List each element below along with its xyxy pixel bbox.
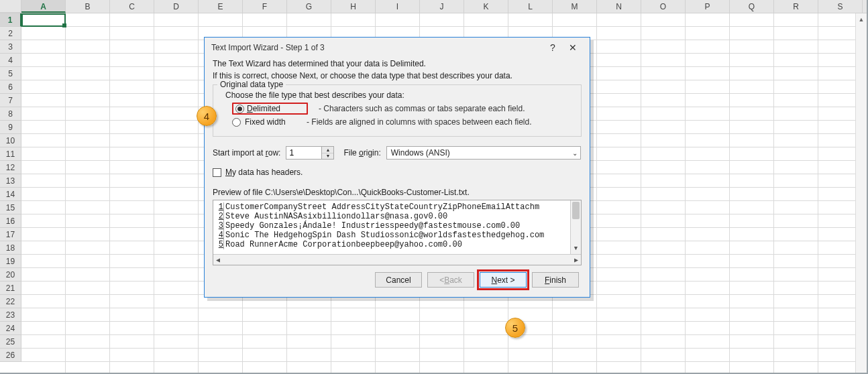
row-header-8[interactable]: 8	[0, 107, 21, 121]
row-header-1[interactable]: 1	[0, 13, 21, 27]
file-origin-value: Windows (ANSI)	[391, 148, 450, 158]
option-fixed-width-label: Fixed width	[245, 117, 303, 127]
row-header-7[interactable]: 7	[0, 94, 21, 107]
col-header-E[interactable]: E	[199, 0, 243, 13]
start-row-label: Start import at row:	[213, 148, 280, 158]
intro-text-2: If this is correct, choose Next, or choo…	[213, 71, 582, 80]
col-header-O[interactable]: O	[641, 0, 686, 13]
row-header-20[interactable]: 20	[0, 268, 21, 282]
option-delimited[interactable]: Delimited - Characters such as commas or…	[232, 103, 574, 115]
preview-scroll-down-icon[interactable]: ▼	[571, 243, 581, 254]
sheet-vertical-scrollbar[interactable]: ▲	[855, 13, 867, 373]
file-origin-label: File origin:	[343, 148, 380, 158]
col-header-Q[interactable]: Q	[730, 0, 774, 13]
preview-line-1: CustomerCompanyStreet AddressCityStateCo…	[225, 202, 539, 212]
row-header-2[interactable]: 2	[0, 27, 21, 40]
preview-line-4: Sonic The HedgehogSpin Dash Studiossonic…	[225, 231, 544, 240]
row-header-4[interactable]: 4	[0, 54, 21, 67]
option-fixed-width-desc: - Fields are aligned in columns with spa…	[307, 117, 532, 127]
col-header-L[interactable]: L	[508, 0, 553, 13]
dialog-title: Text Import Wizard - Step 1 of 3	[211, 43, 543, 52]
col-header-R[interactable]: R	[774, 0, 818, 13]
row-header-5[interactable]: 5	[0, 67, 21, 80]
col-header-D[interactable]: D	[154, 0, 199, 13]
col-header-F[interactable]: F	[243, 0, 287, 13]
preview-label: Preview of file C:\Users\e\Desktop\Con..…	[213, 188, 582, 197]
option-delimited-label: Delimited	[247, 104, 305, 113]
col-header-M[interactable]: M	[553, 0, 597, 13]
finish-button[interactable]: Finish	[532, 272, 579, 288]
col-header-A[interactable]: A	[21, 0, 66, 13]
intro-text-1: The Text Wizard has determined that your…	[213, 59, 582, 68]
option-delimited-desc: - Characters such as commas or tabs sepa…	[319, 104, 525, 113]
row-header-9[interactable]: 9	[0, 121, 21, 134]
row-header-23[interactable]: 23	[0, 308, 21, 322]
cancel-button[interactable]: Cancel	[375, 272, 422, 288]
col-header-I[interactable]: I	[376, 0, 420, 13]
col-header-S[interactable]: S	[818, 0, 863, 13]
row-header-21[interactable]: 21	[0, 282, 21, 295]
chevron-down-icon[interactable]: ⌄	[572, 149, 578, 157]
col-header-P[interactable]: P	[686, 0, 730, 13]
col-header-J[interactable]: J	[420, 0, 464, 13]
original-data-type-group: Original data type Choose the file type …	[213, 84, 582, 137]
radio-fixed-width[interactable]	[232, 118, 241, 127]
col-header-G[interactable]: G	[287, 0, 331, 13]
dialog-titlebar[interactable]: Text Import Wizard - Step 1 of 3 ? ✕	[205, 38, 590, 58]
col-header-H[interactable]: H	[331, 0, 376, 13]
text-import-wizard-dialog: Text Import Wizard - Step 1 of 3 ? ✕ The…	[204, 37, 590, 298]
choose-file-type-label: Choose the file type that best describes…	[225, 90, 574, 100]
row-headers: 1 2 3 4 5 6 7 8 9 10 11 12 13 14 15 16 1…	[0, 13, 21, 373]
radio-delimited[interactable]	[235, 105, 244, 113]
preview-line-5: Road RunnerAcme Corporationbeepbeep@yaho…	[225, 240, 462, 249]
row-header-16[interactable]: 16	[0, 214, 21, 228]
start-row-input[interactable]	[286, 147, 321, 159]
group-legend: Original data type	[217, 80, 286, 89]
my-data-has-headers-row[interactable]: My data has headers.	[213, 168, 582, 177]
preview-horizontal-scrollbar[interactable]: ◀ ▶	[213, 254, 581, 265]
preview-vertical-scrollbar[interactable]: ▼	[570, 200, 581, 254]
start-row-spinner[interactable]: ▲ ▼	[286, 146, 334, 160]
preview-scroll-thumb[interactable]	[572, 202, 580, 219]
callout-badge-5: 5	[505, 318, 525, 338]
file-origin-combo[interactable]: Windows (ANSI) ⌄	[386, 146, 581, 160]
row-header-14[interactable]: 14	[0, 188, 21, 201]
row-header-19[interactable]: 19	[0, 255, 21, 268]
row-header-18[interactable]: 18	[0, 241, 21, 255]
row-header-26[interactable]: 26	[0, 349, 21, 362]
row-header-24[interactable]: 24	[0, 322, 21, 335]
column-headers: A B C D E F G H I J K L M N O P Q R S	[0, 0, 867, 13]
back-button: < Back	[427, 272, 474, 288]
headers-checkbox[interactable]	[213, 168, 221, 177]
row-header-17[interactable]: 17	[0, 228, 21, 241]
row-header-10[interactable]: 10	[0, 134, 21, 147]
preview-pane: 1CustomerCompanyStreet AddressCityStateC…	[213, 200, 582, 265]
preview-line-3: Speedy Gonzales¡Ándale! Industriesspeedy…	[225, 221, 520, 231]
row-header-3[interactable]: 3	[0, 40, 21, 54]
preview-line-2: Steve AustinNASAsixbilliondollars@nasa.g…	[225, 212, 447, 221]
col-header-N[interactable]: N	[597, 0, 641, 13]
row-header-15[interactable]: 15	[0, 201, 21, 214]
spinner-up-icon[interactable]: ▲	[322, 147, 333, 153]
option-fixed-width[interactable]: Fixed width - Fields are aligned in colu…	[232, 117, 574, 127]
row-header-13[interactable]: 13	[0, 174, 21, 188]
row-header-12[interactable]: 12	[0, 161, 21, 174]
row-header-6[interactable]: 6	[0, 80, 21, 94]
row-header-25[interactable]: 25	[0, 335, 21, 349]
row-header-11[interactable]: 11	[0, 147, 21, 161]
col-header-K[interactable]: K	[464, 0, 508, 13]
close-button[interactable]: ✕	[563, 40, 583, 56]
callout-badge-4: 4	[197, 106, 217, 126]
col-header-C[interactable]: C	[110, 0, 154, 13]
active-cell-A1[interactable]	[21, 13, 66, 27]
spinner-down-icon[interactable]: ▼	[322, 153, 333, 160]
col-header-B[interactable]: B	[66, 0, 110, 13]
next-button[interactable]: Next >	[480, 272, 527, 288]
headers-checkbox-label: My data has headers.	[225, 168, 303, 177]
select-all-corner[interactable]	[0, 0, 21, 13]
preview-scroll-left-icon[interactable]: ◀	[216, 256, 220, 264]
preview-scroll-right-icon[interactable]: ▶	[574, 256, 578, 264]
row-header-22[interactable]: 22	[0, 295, 21, 308]
scroll-up-icon[interactable]: ▲	[856, 13, 867, 25]
help-button[interactable]: ?	[543, 40, 563, 56]
